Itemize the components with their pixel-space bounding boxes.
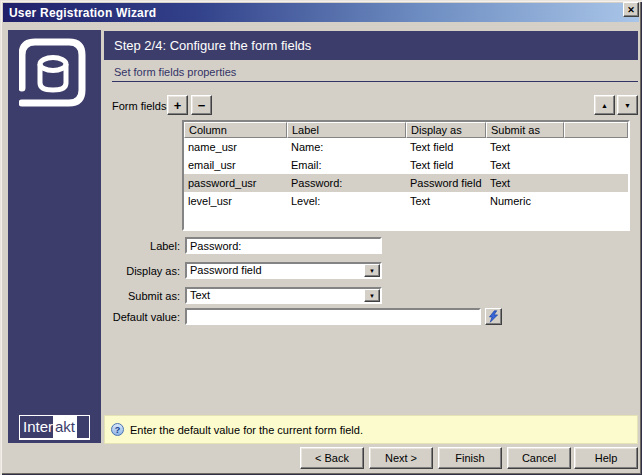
subtitle-divider [112, 81, 638, 82]
table-cell: Text field [406, 141, 486, 153]
next-button[interactable]: Next > [369, 447, 433, 469]
help-button[interactable]: Help [574, 447, 638, 469]
table-cell: Level: [287, 195, 406, 207]
move-down-button[interactable]: ▼ [617, 95, 638, 115]
display-as-value: Password field [187, 264, 364, 277]
close-button[interactable]: ✕ [623, 2, 639, 17]
form-fields-table: ColumnLabelDisplay asSubmit as name_usrN… [182, 120, 630, 231]
display-as-select[interactable]: Password field ▼ [185, 262, 382, 279]
table-header-cell: Display as [406, 122, 486, 138]
help-icon: ? [111, 423, 124, 436]
plus-icon: + [174, 98, 182, 113]
table-cell: Text [486, 177, 564, 189]
default-value-label: Default value: [40, 311, 180, 323]
table-cell: level_usr [184, 195, 287, 207]
step-title: Step 2/4: Configure the form fields [114, 38, 311, 53]
table-header-cell [564, 122, 628, 138]
table-cell: Password: [287, 177, 406, 189]
table-cell: Password field [406, 177, 486, 189]
lightning-icon [487, 310, 500, 323]
close-icon: ✕ [627, 5, 635, 15]
submit-as-select[interactable]: Text ▼ [185, 287, 382, 304]
database-logo-icon [19, 38, 89, 110]
back-button[interactable]: < Back [300, 447, 364, 469]
minus-icon: − [198, 98, 206, 113]
form-fields-label: Form fields: [112, 100, 169, 112]
wizard-dialog: User Registration Wizard ✕ Inter akt Ste… [0, 0, 642, 475]
table-cell: password_usr [184, 177, 287, 189]
sidebar: Inter akt [8, 30, 101, 443]
table-header-cell: Column [184, 122, 287, 138]
up-arrow-icon: ▲ [601, 102, 608, 109]
table-header-cell: Label [287, 122, 406, 138]
dropdown-arrow-glyph: ▼ [369, 293, 375, 299]
table-cell: name_usr [184, 141, 287, 153]
table-body: name_usrName:Text fieldTextemail_usrEmai… [184, 138, 628, 210]
logo-text-akt: akt [53, 416, 77, 438]
table-cell: Text [406, 195, 486, 207]
label-input[interactable] [185, 237, 382, 254]
down-arrow-icon: ▼ [624, 102, 631, 109]
interakt-logo: Inter akt [19, 415, 90, 440]
table-row[interactable]: email_usrEmail:Text fieldText [184, 156, 628, 174]
table-cell: Text field [406, 159, 486, 171]
table-cell: Numeric [486, 195, 564, 207]
cancel-button[interactable]: Cancel [507, 447, 571, 469]
table-cell: Email: [287, 159, 406, 171]
table-row[interactable]: level_usrLevel:TextNumeric [184, 192, 628, 210]
chevron-down-icon[interactable]: ▼ [364, 264, 380, 277]
default-value-input[interactable] [185, 308, 481, 325]
table-cell: Name: [287, 141, 406, 153]
table-header-cell: Submit as [486, 122, 564, 138]
logo-text-inter: Inter [20, 416, 53, 438]
remove-field-button[interactable]: − [191, 95, 212, 115]
move-up-button[interactable]: ▲ [594, 95, 615, 115]
submit-as-label: Submit as: [40, 290, 180, 302]
table-header-row: ColumnLabelDisplay asSubmit as [184, 122, 628, 138]
dropdown-arrow-glyph: ▼ [369, 268, 375, 274]
status-message: Enter the default value for the current … [130, 424, 363, 436]
table-row[interactable]: password_usrPassword:Password fieldText [184, 174, 628, 192]
table-cell: Text [486, 159, 564, 171]
finish-button[interactable]: Finish [438, 447, 502, 469]
table-cell: email_usr [184, 159, 287, 171]
submit-as-value: Text [187, 289, 364, 302]
table-cell: Text [486, 141, 564, 153]
label-field-label: Label: [40, 240, 180, 252]
window-title: User Registration Wizard [9, 6, 156, 20]
status-bar: ? Enter the default value for the curren… [104, 415, 638, 444]
dynamic-data-button[interactable] [485, 308, 502, 325]
chevron-down-icon[interactable]: ▼ [364, 289, 380, 302]
display-as-label: Display as: [40, 265, 180, 277]
table-row[interactable]: name_usrName:Text fieldText [184, 138, 628, 156]
title-bar: User Registration Wizard [3, 3, 639, 22]
add-field-button[interactable]: + [167, 95, 188, 115]
section-subtitle: Set form fields properties [114, 66, 236, 78]
step-header-band: Step 2/4: Configure the form fields [104, 31, 638, 60]
